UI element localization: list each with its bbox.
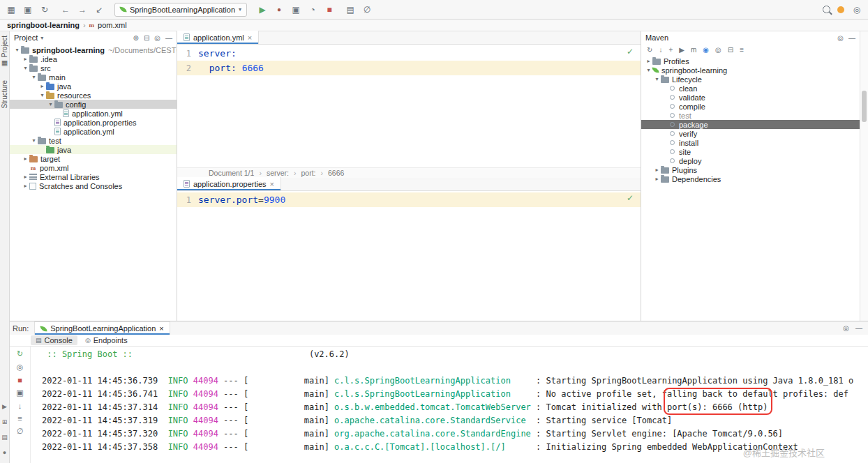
project-item-src[interactable]: ▾src bbox=[10, 63, 177, 73]
properties-editor[interactable]: ✓ 1server.port=9900 bbox=[177, 191, 641, 321]
run-configuration-select[interactable]: SpringBootLearningApplication ▾ bbox=[114, 3, 247, 17]
profiler-button[interactable]: ◔ bbox=[307, 4, 318, 15]
breadcrumb-item[interactable]: Document 1/1 bbox=[209, 169, 254, 177]
skip-tests-icon[interactable]: ◉ bbox=[703, 46, 709, 54]
project-panel-title[interactable]: Project bbox=[14, 33, 38, 42]
execute-maven-goal-icon[interactable]: m bbox=[691, 46, 696, 54]
project-item-application-yml[interactable]: application.yml bbox=[10, 127, 177, 136]
tab-application-properties[interactable]: application.properties × bbox=[177, 177, 281, 190]
breadcrumb-item[interactable]: server: bbox=[267, 169, 289, 177]
project-item-pom-xml[interactable]: mpom.xml bbox=[10, 163, 177, 172]
problems-tool-window-button[interactable]: ⊞ bbox=[2, 418, 8, 425]
update-project-icon[interactable]: ↙ bbox=[93, 4, 105, 15]
expand-arrow-icon[interactable]: ▾ bbox=[645, 67, 652, 73]
maven-item-install[interactable]: install bbox=[641, 138, 860, 147]
reimport-maven-icon[interactable]: ↻ bbox=[647, 46, 652, 54]
maven-item-springboot-learning[interactable]: ▾springboot-learning bbox=[641, 66, 860, 75]
expand-arrow-icon[interactable]: ▸ bbox=[645, 58, 652, 64]
stop-button[interactable]: ■ bbox=[324, 4, 335, 15]
git-tool-window-button[interactable]: ● bbox=[3, 449, 6, 456]
maven-item-deploy[interactable]: deploy bbox=[641, 156, 860, 165]
soft-wrap-icon[interactable]: ≡ bbox=[17, 414, 22, 423]
project-item-springboot-learning[interactable]: ▾springboot-learning~/Documents/CESTC/wo… bbox=[10, 45, 177, 54]
debug-button[interactable]: ● bbox=[274, 4, 285, 15]
stop-icon[interactable]: ■ bbox=[17, 376, 22, 384]
collapse-all-icon[interactable]: ⊟ bbox=[144, 34, 149, 42]
panel-settings-icon[interactable]: ◎ bbox=[843, 324, 849, 332]
maven-item-validate[interactable]: validate bbox=[641, 93, 860, 102]
coverage-button[interactable]: ▣ bbox=[290, 4, 301, 15]
expand-arrow-icon[interactable]: ▾ bbox=[47, 101, 54, 107]
maven-item-package[interactable]: package bbox=[641, 120, 860, 129]
back-icon[interactable]: ← bbox=[60, 4, 71, 15]
editor-line[interactable]: 1server.port=9900 bbox=[177, 192, 641, 207]
project-item-scratches-and-consoles[interactable]: ▸Scratches and Consoles bbox=[10, 181, 177, 190]
breadcrumb-item[interactable]: 6666 bbox=[328, 169, 344, 177]
expand-arrow-icon[interactable]: ▾ bbox=[22, 65, 29, 71]
tab-console[interactable]: ▤ Console bbox=[31, 335, 77, 345]
project-item-resources[interactable]: ▾resources bbox=[10, 91, 177, 100]
notification-badge[interactable] bbox=[837, 6, 844, 13]
tab-endpoints[interactable]: ◎ Endpoints bbox=[80, 335, 133, 345]
expand-arrow-icon[interactable]: ▸ bbox=[22, 56, 29, 62]
project-item-test[interactable]: ▾test bbox=[10, 136, 177, 145]
filter-icon[interactable]: ≡ bbox=[740, 46, 744, 54]
project-item-config[interactable]: ▾config bbox=[10, 100, 177, 109]
maven-item-verify[interactable]: verify bbox=[641, 129, 860, 138]
layout-icon[interactable]: ▤ bbox=[345, 4, 356, 15]
hide-panel-icon[interactable]: ― bbox=[855, 324, 862, 332]
window-icon[interactable]: ▦ bbox=[6, 4, 17, 15]
project-item-application-properties[interactable]: application.properties bbox=[10, 118, 177, 127]
scroll-to-end-icon[interactable]: ↓ bbox=[18, 402, 22, 410]
run-button[interactable]: ▶ bbox=[257, 4, 268, 15]
maven-settings-icon[interactable]: ◎ bbox=[715, 46, 721, 54]
project-item-target[interactable]: ▸target bbox=[10, 154, 177, 163]
sync-icon[interactable]: ↻ bbox=[39, 4, 50, 15]
project-tool-button[interactable]: ▦ Project bbox=[1, 36, 8, 68]
editor-line[interactable]: 1server: bbox=[177, 46, 641, 61]
panel-settings-icon[interactable]: ◎ bbox=[154, 34, 160, 42]
expand-arrow-icon[interactable]: ▸ bbox=[22, 155, 29, 162]
breadcrumb-item[interactable]: port: bbox=[301, 169, 315, 177]
terminal-tool-window-button[interactable]: ▤ bbox=[1, 434, 8, 441]
expand-arrow-icon[interactable]: ▸ bbox=[22, 174, 29, 180]
expand-arrow-icon[interactable]: ▾ bbox=[30, 74, 38, 80]
hide-panel-icon[interactable]: ― bbox=[848, 34, 855, 42]
maven-item-compile[interactable]: compile bbox=[641, 102, 860, 111]
yml-editor[interactable]: ✓ 1server:2 port: 6666 bbox=[177, 45, 641, 167]
save-all-icon[interactable]: ▣ bbox=[22, 4, 33, 15]
panel-settings-icon[interactable]: ◎ bbox=[837, 34, 844, 42]
rerun-icon[interactable]: ↻ bbox=[17, 349, 23, 358]
maven-item-lifecycle[interactable]: ▾Lifecycle bbox=[641, 75, 860, 84]
editor-line[interactable]: 2 port: 6666 bbox=[177, 61, 641, 75]
maven-item-test[interactable]: test bbox=[641, 111, 860, 120]
maven-item-profiles[interactable]: ▸Profiles bbox=[641, 56, 860, 66]
run-settings-icon[interactable]: ◎ bbox=[17, 363, 24, 372]
maven-item-site[interactable]: site bbox=[641, 147, 860, 156]
project-item-external-libraries[interactable]: ▸External Libraries bbox=[10, 172, 177, 181]
structure-tool-button[interactable]: Structure bbox=[1, 80, 8, 109]
expand-arrow-icon[interactable]: ▾ bbox=[38, 92, 46, 98]
run-maven-build-icon[interactable]: ▶ bbox=[679, 46, 684, 54]
project-item--idea[interactable]: ▸.idea bbox=[10, 54, 177, 63]
maven-item-clean[interactable]: clean bbox=[641, 84, 860, 93]
locate-file-icon[interactable]: ⊕ bbox=[133, 34, 138, 42]
breadcrumb-file[interactable]: pom.xml bbox=[98, 21, 127, 29]
expand-arrow-icon[interactable]: ▾ bbox=[30, 137, 38, 144]
settings-icon[interactable]: ◎ bbox=[851, 4, 862, 15]
close-tab-icon[interactable]: × bbox=[270, 180, 274, 188]
clear-console-icon[interactable]: ∅ bbox=[17, 427, 24, 436]
tab-application-yml[interactable]: application.yml × bbox=[177, 31, 259, 44]
close-tab-icon[interactable]: × bbox=[159, 324, 163, 333]
maven-item-dependencies[interactable]: ▸Dependencies bbox=[641, 174, 860, 183]
expand-arrow-icon[interactable]: ▸ bbox=[653, 167, 661, 173]
maven-item-plugins[interactable]: ▸Plugins bbox=[641, 165, 860, 174]
expand-arrow-icon[interactable]: ▾ bbox=[13, 47, 21, 53]
pin-icon[interactable]: ▣ bbox=[16, 388, 23, 397]
expand-arrow-icon[interactable]: ▸ bbox=[38, 83, 46, 89]
project-item-main[interactable]: ▾main bbox=[10, 73, 177, 82]
project-item-application-yml[interactable]: application.yml bbox=[10, 109, 177, 118]
hide-panel-icon[interactable]: ― bbox=[165, 34, 172, 42]
add-maven-project-icon[interactable]: + bbox=[668, 46, 673, 54]
search-icon[interactable] bbox=[823, 6, 830, 13]
